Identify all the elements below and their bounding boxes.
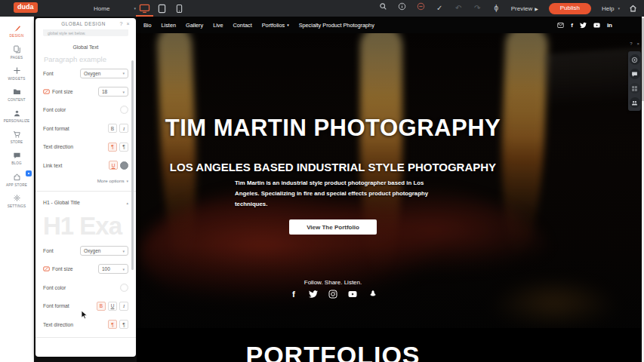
duda-logo[interactable]: duda — [14, 2, 38, 13]
folder-icon — [13, 87, 21, 96]
sidebar-item-settings[interactable]: SETTINGS — [0, 191, 33, 212]
sidebar-item-content[interactable]: CONTENT — [0, 84, 33, 106]
nav-item-portfolios-label: Portfolios — [262, 22, 285, 29]
nav-item-specialty[interactable]: Specialty Product Photography — [299, 22, 374, 29]
person-icon — [13, 109, 21, 118]
font-select[interactable]: Oxygen ▾ — [80, 69, 128, 78]
dev-mode-icon[interactable]: ϕ — [487, 0, 506, 17]
facebook-icon[interactable]: f — [571, 22, 573, 29]
panel-close-icon[interactable]: × — [125, 21, 131, 26]
publish-button[interactable]: Publish — [549, 3, 591, 14]
text-direction-row: Text direction ¶ ¶ — [35, 138, 136, 156]
sidebar-item-label: PAGES — [11, 56, 23, 60]
target-icon[interactable] — [630, 54, 640, 65]
nav-social-links: f in — [557, 17, 612, 33]
h1-direction-ltr-button[interactable]: ¶ — [108, 320, 117, 329]
h1-underline-button[interactable]: U — [108, 302, 117, 311]
font-size-select[interactable]: 18 ▾ — [98, 87, 128, 97]
sidebar-item-blog[interactable]: BLOG — [0, 148, 33, 169]
rail-header: ? × — [630, 41, 639, 46]
device-override-icon — [43, 89, 50, 94]
h1-font-select[interactable]: Oxygen ▾ — [80, 246, 128, 256]
approve-check-icon[interactable]: ✓ — [430, 0, 449, 17]
h1-bold-button[interactable]: B — [97, 302, 106, 311]
hero-content: TIM MARTIN PHOTOGRAPHY LOS ANGELES BASED… — [137, 33, 529, 328]
sidebar-item-widgets[interactable]: WIDGETS — [0, 63, 33, 84]
direction-ltr-button[interactable]: ¶ — [108, 143, 117, 152]
nav-item-bio[interactable]: Bio — [143, 22, 152, 29]
sidebar-item-personalize[interactable]: PERSONALIZE — [0, 106, 33, 127]
bold-button[interactable]: B — [108, 124, 117, 133]
twitter-icon[interactable] — [309, 289, 319, 299]
gear-icon — [13, 194, 21, 202]
site-status-icon[interactable] — [411, 0, 430, 17]
direction-rtl-button[interactable]: ¶ — [119, 143, 128, 152]
rail-help-icon[interactable]: ? — [630, 41, 632, 46]
desktop-device-button[interactable] — [136, 0, 153, 17]
linkedin-icon[interactable]: in — [607, 22, 612, 29]
chevron-down-icon: ▾ — [287, 23, 289, 27]
sidebar-item-design[interactable]: DESIGN — [0, 20, 33, 41]
info-icon[interactable] — [393, 0, 411, 17]
h1-font-value: Oxygen — [84, 248, 100, 253]
global-design-panel: GLOBAL DESIGN ? × global style set below… — [35, 18, 136, 357]
sidebar-item-pages[interactable]: PAGES — [0, 41, 33, 63]
italic-button[interactable]: I — [119, 124, 128, 133]
help-menu[interactable]: Help ▾ — [602, 5, 620, 12]
facebook-icon[interactable]: f — [289, 289, 299, 299]
puzzle-icon — [13, 173, 21, 181]
youtube-icon[interactable] — [348, 289, 358, 299]
dashboard-home-icon[interactable] — [629, 5, 637, 12]
team-icon[interactable] — [630, 97, 640, 108]
nav-item-portfolios[interactable]: Portfolios ▾ — [262, 22, 289, 29]
speech-bubble-icon — [13, 152, 21, 160]
rail-close-icon[interactable]: × — [636, 41, 639, 46]
panel-help-icon[interactable]: ? — [118, 21, 125, 26]
sidebar-item-store[interactable]: STORE — [0, 127, 33, 148]
plus-icon — [13, 66, 21, 75]
redo-icon[interactable]: ↷ — [468, 0, 487, 17]
twitter-icon[interactable] — [580, 22, 587, 29]
sidebar-item-app-store[interactable]: APP STORE — [0, 169, 33, 190]
page-selector[interactable]: Home ▾ — [91, 0, 139, 17]
comments-icon[interactable] — [630, 69, 640, 79]
instagram-icon[interactable] — [328, 289, 338, 299]
link-color-swatch[interactable] — [120, 161, 128, 170]
tablet-device-button[interactable] — [153, 0, 171, 17]
nav-item-contact[interactable]: Contact — [233, 22, 252, 29]
mobile-device-button[interactable] — [171, 0, 188, 17]
nav-item-live[interactable]: Live — [213, 22, 223, 29]
hero-social-links: f — [137, 289, 529, 299]
text-direction-label: Text direction — [43, 144, 106, 149]
sidebar-item-label: PERSONALIZE — [4, 119, 29, 123]
chevron-down-icon: ▾ — [122, 90, 125, 94]
more-options-row: More options ▾ — [35, 174, 136, 187]
undo-icon[interactable]: ↶ — [449, 0, 468, 17]
h1-section-header[interactable]: H1 - Global Title ▴ — [35, 195, 136, 210]
nav-item-gallery[interactable]: Gallery — [186, 22, 203, 29]
more-options-link[interactable]: More options ▾ — [97, 178, 128, 183]
link-underline-button[interactable]: U — [109, 161, 118, 170]
email-icon[interactable] — [557, 22, 564, 29]
font-format-label: Font format — [43, 303, 94, 308]
h1-direction-rtl-button[interactable]: ¶ — [119, 320, 128, 329]
font-color-swatch[interactable] — [120, 106, 128, 114]
nav-item-listen[interactable]: Listen — [162, 22, 176, 29]
preview-button[interactable]: Preview ▶ — [511, 5, 538, 12]
h1-italic-button[interactable]: I — [119, 302, 128, 311]
search-icon[interactable] — [374, 0, 393, 17]
h1-font-color-swatch[interactable] — [120, 284, 128, 292]
view-portfolio-button[interactable]: View The Portfolio — [289, 219, 377, 235]
snapchat-icon[interactable] — [368, 289, 377, 299]
cart-icon — [13, 130, 21, 139]
sections-grid-icon[interactable] — [630, 83, 640, 94]
portfolios-section: PORTFOLIOS — [137, 328, 644, 362]
chevron-down-icon: ▾ — [122, 249, 125, 253]
follow-text: Follow. Share. Listen. — [137, 279, 529, 286]
h1-font-row: Font Oxygen ▾ — [35, 241, 136, 259]
font-row: Font Oxygen ▾ — [35, 64, 136, 82]
panel-scrollbar[interactable] — [131, 60, 134, 270]
hero-title: TIM MARTIN PHOTOGRAPHY — [137, 115, 529, 142]
h1-font-size-select[interactable]: 100 ▾ — [98, 264, 128, 274]
youtube-icon[interactable] — [593, 22, 600, 29]
